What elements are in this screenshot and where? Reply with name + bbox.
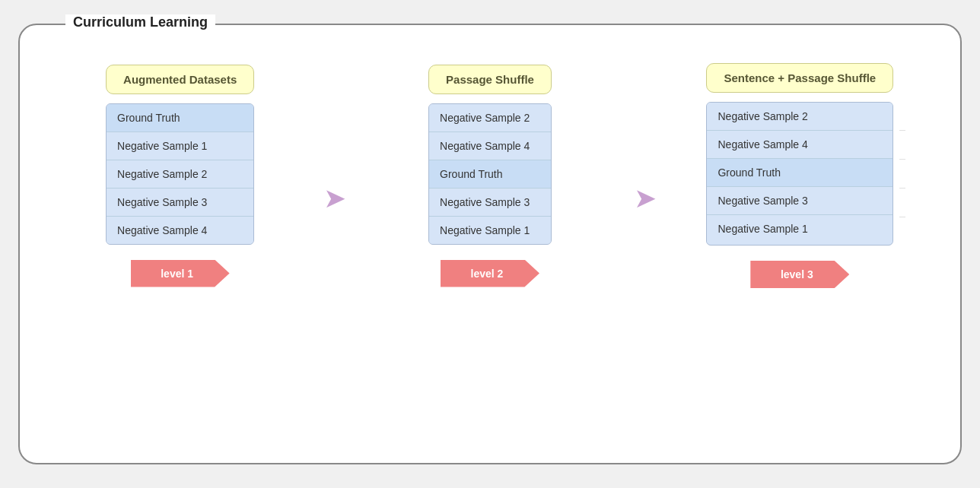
bar-group (899, 189, 905, 217)
bar-group (899, 102, 905, 131)
list-item: Negative Sample 4 (429, 132, 551, 160)
stage1-header: Augmented Datasets (106, 65, 254, 94)
list-item: Negative Sample 1 (707, 215, 892, 242)
bar-group (899, 131, 905, 160)
stage2-inner: Passage Shuffle Negative Sample 2 Negati… (428, 65, 552, 287)
page-title: Curriculum Learning (65, 14, 215, 30)
stage3-content: Negative Sample 2 Negative Sample 4 Grou… (706, 102, 893, 246)
list-item: Negative Sample 3 (707, 187, 892, 215)
arrow1: ➤ (323, 182, 346, 214)
stage3-header: Sentence + Passage Shuffle (706, 63, 893, 93)
arrow2: ➤ (634, 182, 657, 214)
stage2: Passage Shuffle Negative Sample 2 Negati… (352, 65, 627, 287)
level3-badge: level 3 (750, 261, 849, 288)
stage3-list: Negative Sample 2 Negative Sample 4 Grou… (706, 102, 893, 246)
level2-badge: level 2 (441, 260, 539, 287)
list-item: Ground Truth (707, 159, 892, 187)
stage3-inner: Sentence + Passage Shuffle Negative Samp… (706, 63, 893, 288)
list-item: Negative Sample 2 (107, 160, 253, 189)
stage3-bars (899, 102, 905, 246)
stage1-list: Ground Truth Negative Sample 1 Negative … (106, 103, 254, 245)
main-container: Curriculum Learning Augmented Datasets G… (18, 24, 962, 464)
stage2-list: Negative Sample 2 Negative Sample 4 Grou… (428, 103, 552, 245)
list-item: Negative Sample 2 (429, 104, 551, 132)
list-item: Negative Sample 4 (707, 131, 892, 159)
stage1: Augmented Datasets Ground Truth Negative… (43, 65, 317, 287)
list-item: Negative Sample 4 (107, 217, 253, 244)
list-item: Negative Sample 3 (429, 189, 551, 217)
stage1-inner: Augmented Datasets Ground Truth Negative… (106, 65, 254, 287)
list-item: Negative Sample 1 (107, 132, 253, 160)
list-item: Negative Sample 2 (707, 103, 892, 131)
bar-group (899, 217, 905, 246)
stage3: Sentence + Passage Shuffle Negative Samp… (663, 63, 937, 288)
content-area: Augmented Datasets Ground Truth Negative… (43, 63, 937, 288)
bar-group (899, 160, 905, 189)
level1-badge: level 1 (131, 260, 230, 287)
list-item: Negative Sample 3 (107, 189, 253, 217)
list-item: Ground Truth (107, 104, 253, 132)
list-item: Ground Truth (429, 160, 551, 189)
list-item: Negative Sample 1 (429, 217, 551, 244)
stage2-header: Passage Shuffle (428, 65, 552, 94)
